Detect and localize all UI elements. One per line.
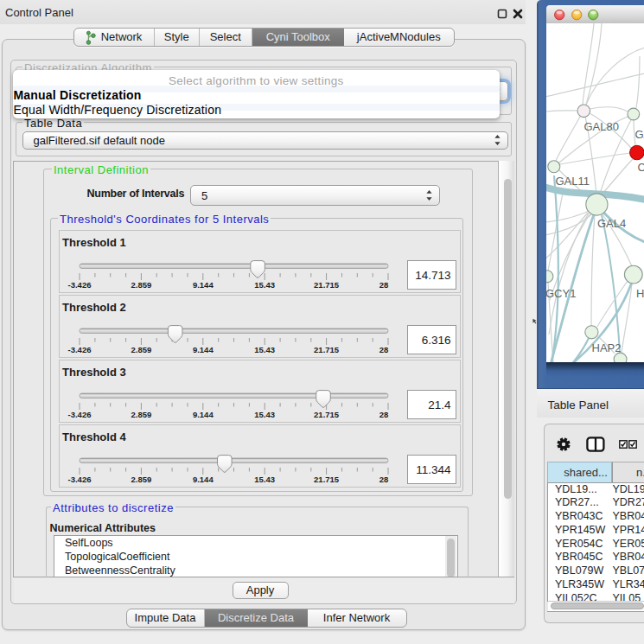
svg-text:HAP2: HAP2 [592,341,622,354]
svg-text:GA: GA [635,128,644,141]
svg-text:GAL11: GAL11 [556,175,590,188]
svg-text:C: C [638,161,644,174]
svg-text:GAL4: GAL4 [597,217,626,230]
svg-text:H: H [636,287,644,300]
svg-text:GCY1: GCY1 [546,287,576,300]
svg-text:GAL80: GAL80 [584,120,619,133]
